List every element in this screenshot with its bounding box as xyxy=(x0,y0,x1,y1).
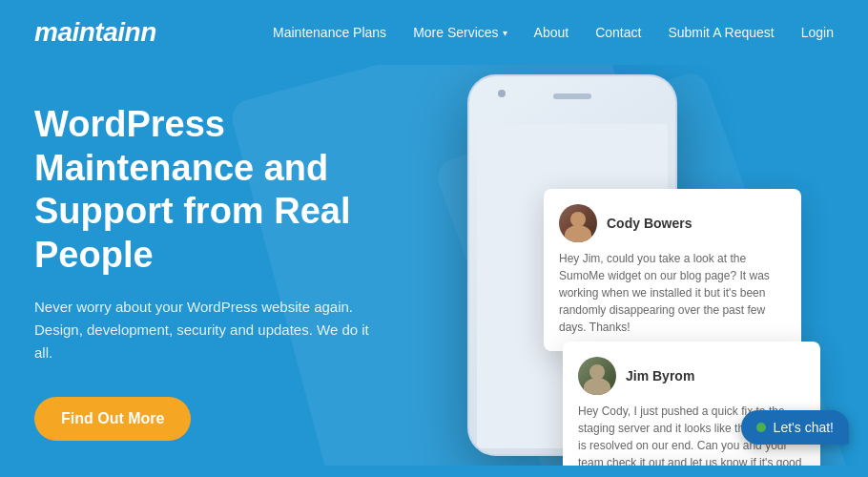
hero-text-block: WordPress Maintenance and Support from R… xyxy=(34,93,435,441)
card-header-cody: Cody Bowers xyxy=(559,204,786,242)
avatar-cody xyxy=(559,204,597,242)
hero-title: WordPress Maintenance and Support from R… xyxy=(34,103,435,277)
avatar-jim xyxy=(578,357,616,395)
hero-subtitle: Never worry about your WordPress website… xyxy=(34,296,378,364)
card-name-jim: Jim Byrom xyxy=(626,368,694,384)
phone-camera-icon xyxy=(498,90,506,97)
card-message-cody: Hey Jim, could you take a look at the Su… xyxy=(559,250,786,336)
card-header-jim: Jim Byrom xyxy=(578,357,805,395)
main-nav: Maintenance Plans More Services ▾ About … xyxy=(273,25,834,40)
chat-card-1: Cody Bowers Hey Jim, could you take a lo… xyxy=(544,189,801,351)
nav-contact[interactable]: Contact xyxy=(595,25,641,40)
cta-button[interactable]: Find Out More xyxy=(34,397,191,441)
logo-text: maintainn xyxy=(34,17,156,47)
site-logo[interactable]: maintainn xyxy=(34,17,156,48)
nav-submit-request[interactable]: Submit A Request xyxy=(668,25,774,40)
live-chat-bubble[interactable]: Let's chat! xyxy=(741,410,849,445)
live-chat-label: Let's chat! xyxy=(774,420,834,435)
nav-login[interactable]: Login xyxy=(801,25,834,40)
card-name-cody: Cody Bowers xyxy=(607,216,692,231)
site-header: maintainn Maintenance Plans More Service… xyxy=(0,0,868,65)
chevron-down-icon: ▾ xyxy=(503,28,507,38)
nav-about[interactable]: About xyxy=(534,25,569,40)
phone-mockup-area: Cody Bowers Hey Jim, could you take a lo… xyxy=(391,65,868,466)
hero-section: WordPress Maintenance and Support from R… xyxy=(0,65,868,466)
online-indicator-icon xyxy=(756,423,766,432)
nav-maintenance-plans[interactable]: Maintenance Plans xyxy=(273,25,386,40)
phone-speaker xyxy=(553,93,591,99)
nav-more-services[interactable]: More Services ▾ xyxy=(413,25,506,40)
chat-card-2: Jim Byrom Hey Cody, I just pushed a quic… xyxy=(563,342,820,466)
